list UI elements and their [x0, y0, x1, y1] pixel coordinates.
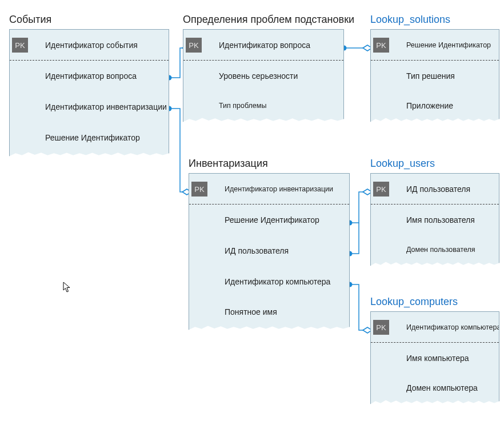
field-label: Идентификатор компьютера — [391, 323, 499, 331]
field-label: Идентификатор вопроса — [204, 41, 343, 50]
table-events[interactable]: События PK Идентификатор события Идентиф… — [9, 14, 169, 159]
field-label: Идентификатор вопроса — [30, 71, 169, 81]
field-label: Решение Идентификатор — [391, 41, 499, 49]
field-label: Решение Идентификатор — [30, 133, 169, 142]
diagram-canvas: События PK Идентификатор события Идентиф… — [0, 0, 504, 425]
field-label: Идентификатор инвентаризации — [30, 102, 169, 111]
table-title: События — [9, 14, 169, 26]
table-title[interactable]: Lookup_users — [370, 158, 499, 170]
table-issues[interactable]: Определения проблем подстановки PK Идент… — [183, 14, 344, 125]
table-title[interactable]: Lookup_solutions — [370, 14, 499, 26]
table-computers[interactable]: Lookup_computers PK Идентификатор компью… — [370, 296, 499, 407]
field-label: Идентификатор инвентаризации — [210, 185, 349, 193]
field-label: Тип проблемы — [204, 102, 343, 110]
field-label: Домен компьютера — [391, 383, 499, 392]
table-title: Определения проблем подстановки — [183, 14, 344, 26]
field-label: Имя компьютера — [391, 354, 499, 363]
table-inventory[interactable]: Инвентаризация PK Идентификатор инвентар… — [189, 158, 350, 333]
table-users[interactable]: Lookup_users PK ИД пользователя Имя поль… — [370, 158, 499, 269]
table-title[interactable]: Lookup_computers — [370, 296, 499, 308]
table-solutions[interactable]: Lookup_solutions PK Решение Идентификато… — [370, 14, 499, 125]
field-label: Уровень серьезности — [204, 71, 343, 81]
field-label: Понятное имя — [210, 307, 349, 316]
field-label: Имя пользователя — [391, 215, 499, 224]
pk-badge: PK — [373, 320, 389, 335]
field-label: Домен пользователя — [391, 246, 499, 254]
pk-badge: PK — [373, 182, 389, 197]
field-label: ИД пользователя — [391, 185, 499, 194]
field-label: Идентификатор компьютера — [210, 277, 349, 286]
mouse-cursor-icon — [63, 282, 71, 293]
pk-badge: PK — [12, 38, 28, 53]
pk-badge: PK — [191, 182, 207, 197]
field-label: Приложение — [391, 101, 499, 110]
field-label: Решение Идентификатор — [210, 215, 349, 224]
field-label: Тип решения — [391, 71, 499, 81]
field-label: Идентификатор события — [30, 41, 169, 50]
table-title: Инвентаризация — [189, 158, 350, 170]
field-label: ИД пользователя — [210, 246, 349, 255]
pk-badge: PK — [373, 38, 389, 53]
pk-badge: PK — [186, 38, 202, 53]
